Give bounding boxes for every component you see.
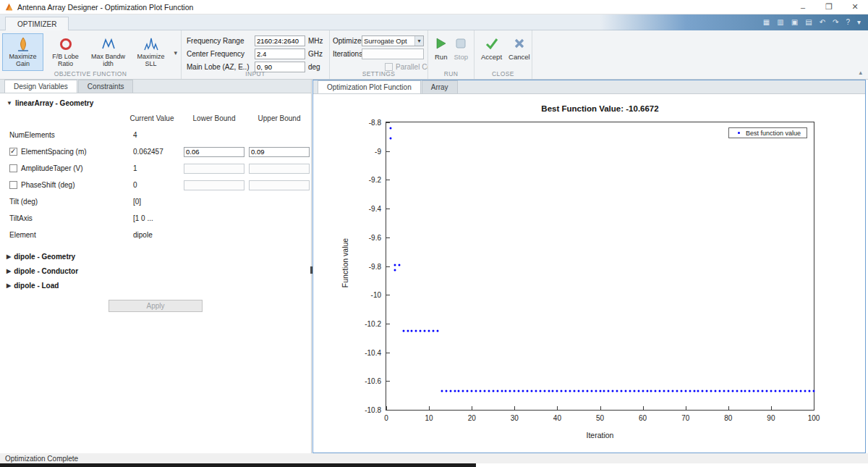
cut-icon[interactable]: ▥ [777,19,783,26]
section-label-input: INPUT [182,70,329,77]
accept-button[interactable]: Accept [481,37,502,61]
x-tick-label: 70 [681,414,689,422]
menu-icon[interactable]: ▾ [857,19,861,26]
y-tick-mark [386,180,390,180]
data-point [796,390,798,392]
data-point [655,390,657,392]
data-point [475,390,477,392]
upper-bound-input-elementspacing-m[interactable] [249,147,310,157]
apply-button[interactable]: Apply [109,300,203,312]
group-dipole-load[interactable]: ▶dipole - Load [0,278,311,293]
maximize-button[interactable]: ❐ [816,0,842,14]
lower-bound-input-phaseshift-deg[interactable] [184,180,244,190]
x-tick-mark [429,406,430,410]
design-variables-content: ▼ linearArray - Geometry Current Value L… [0,93,311,453]
data-point [693,390,695,392]
tab-array[interactable]: Array [422,80,458,93]
objective-gallery-arrow-icon[interactable]: ▾ [174,49,177,56]
section-label-close: CLOSE [475,70,532,77]
group-lineararray-geometry[interactable]: ▼ linearArray - Geometry [0,99,311,107]
data-point [488,390,490,392]
tab-optimization-plot-function[interactable]: Optimization Plot Function [318,80,421,93]
frequency-range-input[interactable] [255,35,305,46]
data-point [718,390,720,392]
minimize-button[interactable]: – [790,0,816,14]
objective-button-max-bandw-idth[interactable]: Max Bandwidth [88,33,129,71]
cancel-button[interactable]: Cancel [509,37,530,61]
maximize-sll-icon [144,36,158,52]
x-tick-mark [814,406,814,410]
data-point [471,390,473,392]
data-point [621,390,623,392]
objective-button-label: MaximizeSLL [137,53,164,68]
stop-button[interactable]: Stop [454,37,468,61]
iterations-input[interactable] [362,49,424,59]
y-tick-label: -9.6 [369,233,381,241]
stop-label: Stop [454,53,468,61]
input-label: Center Frequency [187,50,255,58]
save-icon[interactable]: ▦ [763,19,770,26]
collapse-toolstrip-icon[interactable]: ▴ [859,69,862,76]
tab-optimizer[interactable]: OPTIMIZER [5,17,69,31]
run-button[interactable]: Run [435,37,447,61]
data-point [616,390,618,392]
tab-constraints[interactable]: Constraints [78,80,134,93]
x-tick-label: 90 [767,414,775,422]
collapsed-groups: ▶dipole - Geometry▶dipole - Conductor▶di… [0,249,311,293]
data-point [809,390,811,392]
optimizer-select[interactable]: Surrogate Opt ▾ [362,35,424,46]
data-point [731,390,733,392]
data-point [804,390,807,392]
variable-label: TiltAxis [9,214,33,222]
variable-row-tilt-deg: Tilt (deg)[0] [0,193,311,210]
data-point [633,390,635,392]
data-point [676,390,678,392]
section-label-settings: SETTINGS [330,70,427,77]
data-point [770,390,772,392]
copy-icon[interactable]: ▣ [791,19,798,26]
close-button[interactable]: ✕ [842,0,868,14]
objective-button-maximize-gain[interactable]: MaximizeGain [2,33,43,71]
data-point [454,390,456,392]
y-tick-mark [386,237,390,238]
lower-bound-input-elementspacing-m[interactable] [184,147,244,157]
variable-label: Element [9,231,36,239]
data-point [467,390,469,392]
x-tick-mark [643,406,644,410]
objective-button-f-b-lobe-ratio[interactable]: F/B LobeRatio [45,33,86,71]
y-tick-mark [386,410,390,411]
data-point [556,390,558,392]
optimize-checkbox-amplitudetaper-v[interactable] [9,164,17,172]
group-dipole-geometry[interactable]: ▶dipole - Geometry [0,249,311,264]
status-bar: Optimization Complete [0,453,868,463]
run-icon [435,37,446,50]
lower-bound-input-amplitudetaper-v[interactable] [184,164,244,174]
redo-icon[interactable]: ↷ [833,19,838,26]
data-point [458,390,460,392]
variable-label: ElementSpacing (m) [21,148,87,156]
tab-design-variables[interactable]: Design Variables [4,80,77,93]
upper-bound-input-amplitudetaper-v[interactable] [249,164,310,174]
data-point [582,390,584,392]
unit-label: MHz [308,37,323,45]
x-tick-label: 50 [596,414,604,422]
center-frequency-input[interactable] [255,49,305,59]
data-point [445,390,447,392]
input-row-frequency-range: Frequency RangeMHz [187,35,329,47]
upper-bound-input-phaseshift-deg[interactable] [249,180,310,190]
data-point [480,390,482,392]
objective-button-maximize-sll[interactable]: MaximizeSLL [130,33,171,71]
help-icon[interactable]: ? [846,19,850,26]
column-upper-bound: Upper Bound [247,114,311,122]
optimize-checkbox-elementspacing-m[interactable] [9,148,17,156]
paste-icon[interactable]: ▤ [805,19,812,26]
data-point [723,390,725,392]
data-point [449,390,451,392]
data-point [402,329,404,332]
undo-icon[interactable]: ↶ [820,19,825,26]
data-point [697,390,699,392]
group-dipole-conductor[interactable]: ▶dipole - Conductor [0,264,311,278]
optimize-checkbox-phaseshift-deg[interactable] [9,181,17,189]
group-label: dipole - Conductor [14,267,78,275]
variable-label: Tilt (deg) [9,198,38,206]
